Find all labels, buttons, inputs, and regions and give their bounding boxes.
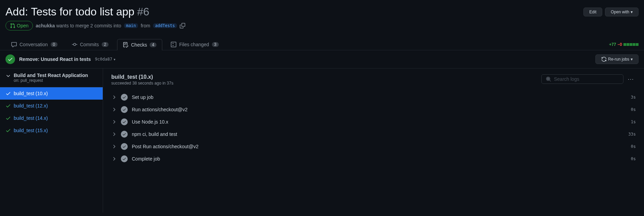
step-row[interactable]: Run actions/checkout@v20s <box>111 103 636 116</box>
tab-conversation-label: Conversation <box>20 42 48 47</box>
tab-commits-label: Commits <box>80 42 99 47</box>
step-duration: 1s <box>631 119 636 124</box>
comment-icon <box>11 42 17 47</box>
open-with-button[interactable]: Open with ▾ <box>605 8 639 16</box>
step-row[interactable]: Complete job0s <box>111 153 636 165</box>
chevron-right-icon <box>111 119 117 125</box>
chevron-down-icon <box>5 73 11 79</box>
job-label: build_test (12.x) <box>14 103 48 109</box>
file-diff-icon <box>171 42 176 47</box>
check-icon <box>5 128 11 133</box>
main: Build and Test React Application on: pul… <box>0 68 644 213</box>
tabs-row: Conversation 0 Commits 2 Checks 4 Files … <box>0 39 644 50</box>
pr-number: #6 <box>137 5 150 18</box>
rerun-jobs-button[interactable]: Re-run jobs ▾ <box>595 54 639 64</box>
step-row[interactable]: Post Run actions/checkout@v20s <box>111 140 636 153</box>
workflow-event: on: pull_request <box>14 78 88 83</box>
title-buttons: Edit Open with ▾ <box>583 8 639 16</box>
content-header: build_test (10.x) succeeded 38 seconds a… <box>103 68 644 91</box>
kebab-menu-icon[interactable]: ⋯ <box>626 74 636 84</box>
job-label: build_test (15.x) <box>14 128 48 133</box>
step-duration: 0s <box>631 156 636 161</box>
workflow-header[interactable]: Build and Test React Application on: pul… <box>0 68 103 87</box>
content: build_test (10.x) succeeded 38 seconds a… <box>103 68 644 213</box>
search-logs-box[interactable] <box>541 74 623 84</box>
rerun-jobs-label: Re-run jobs <box>608 57 629 62</box>
tab-checks-count: 4 <box>150 42 156 47</box>
chevron-down-icon: ▾ <box>114 58 115 61</box>
sync-icon <box>601 56 607 62</box>
sidebar-job-item[interactable]: build_test (14.x) <box>0 112 103 124</box>
tab-files[interactable]: Files changed 3 <box>165 39 224 50</box>
tab-commits[interactable]: Commits 2 <box>66 39 114 50</box>
tab-checks[interactable]: Checks 4 <box>117 39 163 50</box>
additions-count: +77 <box>609 42 616 47</box>
diff-blocks <box>623 43 639 46</box>
diff-block-add <box>636 43 639 46</box>
merge-text-1: wants to merge 2 commits into <box>56 23 121 28</box>
step-name: Complete job <box>132 156 627 162</box>
title-left: Add: Tests for todo list app #6 <box>5 5 149 18</box>
tab-files-label: Files changed <box>179 42 209 47</box>
step-name: Set up job <box>132 94 627 100</box>
step-row[interactable]: npm ci, build and test33s <box>111 128 636 140</box>
open-with-label: Open with <box>611 10 629 14</box>
sidebar-job-item[interactable]: build_test (10.x) <box>0 87 103 100</box>
step-status-icon <box>121 131 128 138</box>
step-duration: 33s <box>628 132 636 137</box>
chevron-right-icon <box>111 144 117 149</box>
chevron-right-icon <box>111 94 117 100</box>
check-icon <box>5 115 11 121</box>
sidebar-job-item[interactable]: build_test (15.x) <box>0 124 103 137</box>
content-header-right: ⋯ <box>541 74 636 84</box>
tab-conversation[interactable]: Conversation 0 <box>5 39 63 50</box>
step-row[interactable]: Use Node.js 10.x1s <box>111 116 636 128</box>
base-branch[interactable]: main <box>124 23 138 28</box>
job-label: build_test (10.x) <box>14 91 48 96</box>
head-branch[interactable]: addTests <box>153 23 177 28</box>
commit-sha-dropdown[interactable]: 9c0da87 ▾ <box>95 57 115 62</box>
merge-text-2: from <box>141 23 150 28</box>
step-duration: 3s <box>631 95 636 100</box>
tab-conversation-count: 0 <box>51 42 58 47</box>
step-status-icon <box>121 94 128 101</box>
git-pull-request-icon <box>10 23 15 28</box>
copy-icon[interactable] <box>180 23 185 28</box>
state-badge: Open <box>5 21 33 30</box>
step-status-icon <box>121 155 128 162</box>
commit-sha: 9c0da87 <box>95 57 112 62</box>
check-icon <box>5 103 11 109</box>
commit-left: Remove: Unused React in tests 9c0da87 ▾ <box>5 54 115 64</box>
commit-title: Remove: Unused React in tests <box>19 56 91 62</box>
title-row: Add: Tests for todo list app #6 Edit Ope… <box>5 5 639 18</box>
step-name: Use Node.js 10.x <box>132 119 627 125</box>
job-list: build_test (10.x)build_test (12.x)build_… <box>0 87 103 137</box>
sidebar-job-item[interactable]: build_test (12.x) <box>0 100 103 112</box>
tab-checks-label: Checks <box>131 42 147 48</box>
step-name: Post Run actions/checkout@v2 <box>132 144 627 149</box>
diff-block-add <box>623 43 626 46</box>
step-status-icon <box>121 143 128 150</box>
chevron-right-icon <box>111 131 117 137</box>
step-row[interactable]: Set up job3s <box>111 91 636 103</box>
checklist-icon <box>123 42 128 48</box>
chevron-down-icon: ▾ <box>631 57 633 62</box>
diff-stats: +77 −0 <box>609 42 639 47</box>
step-status-icon <box>121 106 128 113</box>
meta-text: achukka wants to merge 2 commits into <box>36 23 121 28</box>
diff-block-add <box>630 43 632 46</box>
steps-list: Set up job3sRun actions/checkout@v20sUse… <box>103 91 644 170</box>
step-status-icon <box>121 118 128 125</box>
search-logs-input[interactable] <box>554 76 619 82</box>
step-name: npm ci, build and test <box>132 131 624 137</box>
author-link[interactable]: achukka <box>36 23 55 28</box>
chevron-right-icon <box>111 156 117 162</box>
deletions-count: −0 <box>617 42 622 47</box>
sidebar: Build and Test React Application on: pul… <box>0 68 103 213</box>
status-success-icon <box>5 54 15 64</box>
tabs: Conversation 0 Commits 2 Checks 4 Files … <box>5 39 225 50</box>
workflow-name: Build and Test React Application <box>14 73 88 78</box>
search-icon <box>546 76 551 82</box>
edit-button[interactable]: Edit <box>583 8 602 16</box>
job-title: build_test (10.x) <box>111 74 173 80</box>
